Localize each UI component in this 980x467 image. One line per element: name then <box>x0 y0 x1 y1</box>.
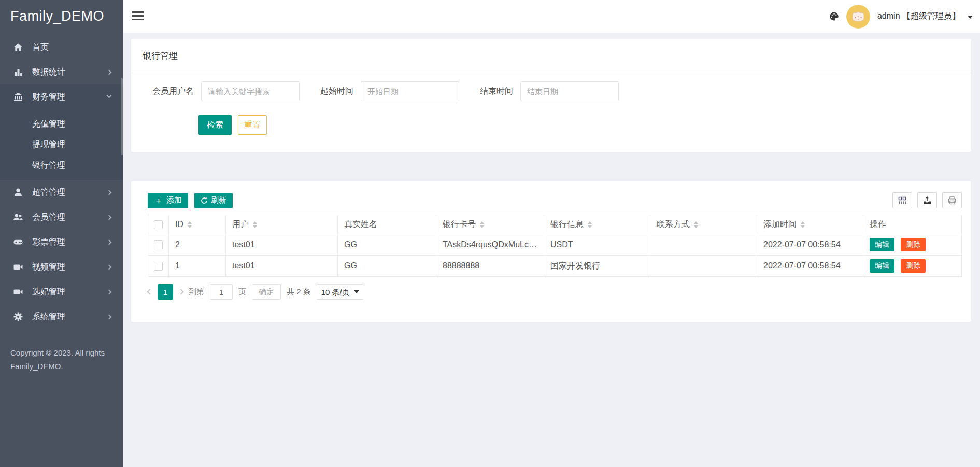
chevron-right-icon <box>107 190 112 195</box>
sort-icon[interactable] <box>188 221 192 228</box>
sidebar-item-label: 系统管理 <box>32 312 65 322</box>
page-number-input[interactable] <box>210 284 233 300</box>
delete-button[interactable]: 删除 <box>901 238 926 251</box>
prev-page-button[interactable] <box>147 289 152 294</box>
sidebar-item-superadmin[interactable]: 超管管理 <box>0 180 123 205</box>
refresh-button[interactable]: 刷新 <box>194 193 233 208</box>
sidebar-item-concubine[interactable]: 选妃管理 <box>0 279 123 304</box>
cell-user: test01 <box>226 256 338 277</box>
columns-filter-button[interactable] <box>892 192 912 208</box>
user-menu[interactable]: admin 【超级管理员】 <box>877 11 960 22</box>
avatar[interactable] <box>846 5 870 29</box>
total-count-label: 共 2 条 <box>287 287 311 297</box>
next-page-button[interactable] <box>178 289 183 294</box>
sort-icon[interactable] <box>253 221 257 228</box>
delete-button[interactable]: 删除 <box>901 259 926 273</box>
video-camera-icon <box>12 262 24 272</box>
refresh-icon <box>201 197 208 204</box>
sidebar-nav: 首页 数据统计 财务管理 充值管理 提现管理 银行管理 超管管理 <box>0 33 123 329</box>
print-button[interactable] <box>942 192 962 208</box>
reset-button[interactable]: 重置 <box>238 115 267 135</box>
cell-time: 2022-07-07 00:58:54 <box>757 234 863 256</box>
edit-button[interactable]: 编辑 <box>870 238 894 251</box>
menu-toggle-icon[interactable] <box>132 11 144 22</box>
sort-icon[interactable] <box>694 221 698 228</box>
column-header-card[interactable]: 银行卡号 <box>436 215 544 234</box>
filter-buttons: 检索 重置 <box>131 101 971 152</box>
column-header-bank[interactable]: 银行信息 <box>544 215 650 234</box>
sidebar-item-members[interactable]: 会员管理 <box>0 205 123 230</box>
column-header-contact[interactable]: 联系方式 <box>650 215 757 234</box>
theme-palette-icon[interactable] <box>829 11 839 21</box>
sort-icon[interactable] <box>588 221 592 228</box>
edit-button[interactable]: 编辑 <box>870 259 894 273</box>
sidebar-subitem-recharge[interactable]: 充值管理 <box>0 114 123 134</box>
sidebar-item-lottery[interactable]: 彩票管理 <box>0 230 123 254</box>
add-button-label: 添加 <box>166 195 182 205</box>
column-header-id[interactable]: ID <box>169 215 226 234</box>
end-time-label: 结束时间 <box>480 86 513 97</box>
app-logo: Family_DEMO <box>0 0 123 33</box>
refresh-button-label: 刷新 <box>211 195 226 205</box>
sidebar-item-statistics[interactable]: 数据统计 <box>0 60 123 84</box>
columns-filter-icon <box>898 196 907 205</box>
start-date-input[interactable] <box>361 81 459 101</box>
cell-id: 1 <box>169 256 226 277</box>
table-tools <box>892 192 962 208</box>
sidebar-item-label: 会员管理 <box>32 212 65 223</box>
end-date-input[interactable] <box>520 81 619 101</box>
users-icon <box>12 212 24 222</box>
chevron-down-icon <box>968 16 973 19</box>
confirm-page-button[interactable]: 确定 <box>252 284 281 300</box>
goto-prefix-label: 到第 <box>189 287 204 297</box>
sidebar-item-label: 视频管理 <box>32 262 65 273</box>
sidebar-item-system[interactable]: 系统管理 <box>0 304 123 329</box>
add-button[interactable]: ＋ 添加 <box>148 193 188 208</box>
row-checkbox[interactable] <box>154 240 163 249</box>
cell-id: 2 <box>169 234 226 256</box>
row-checkbox[interactable] <box>154 262 163 271</box>
video-camera-icon <box>12 287 24 297</box>
main-content: 银行管理 会员用户名 起始时间 结束时间 检索 重置 ＋ 添加 <box>123 33 980 467</box>
cell-contact <box>650 234 757 256</box>
sidebar-item-home[interactable]: 首页 <box>0 35 123 60</box>
column-header-user[interactable]: 用户 <box>226 215 338 234</box>
sort-icon[interactable] <box>480 221 484 228</box>
chevron-right-icon <box>107 289 112 294</box>
copyright: Copyright © 2023. All rights Family_DEMO… <box>10 346 105 373</box>
sidebar-item-label: 财务管理 <box>32 92 65 103</box>
sidebar-subitem-withdraw[interactable]: 提现管理 <box>0 134 123 155</box>
sidebar-item-label: 选妃管理 <box>32 287 65 298</box>
sidebar-subitem-bank[interactable]: 银行管理 <box>0 155 123 176</box>
sidebar: Family_DEMO 首页 数据统计 财务管理 充值管理 提现管理 银行管理 <box>0 0 123 467</box>
export-button[interactable] <box>917 192 937 208</box>
sort-icon[interactable] <box>801 221 805 228</box>
filter-group-end-time: 结束时间 <box>480 81 619 101</box>
sidebar-item-video[interactable]: 视频管理 <box>0 254 123 279</box>
page-size-select[interactable]: 10 条/页 <box>317 284 363 300</box>
column-header-actions: 操作 <box>863 215 962 234</box>
search-button[interactable]: 检索 <box>198 115 232 135</box>
finance-submenu: 充值管理 提现管理 银行管理 <box>0 109 123 180</box>
start-time-label: 起始时间 <box>320 86 353 97</box>
table-header-row: ID 用户 真实姓名 银行卡号 银行信息 联系方式 添加时间 操作 <box>148 215 962 234</box>
copyright-line: Copyright © 2023. All rights <box>10 346 105 360</box>
column-header-time[interactable]: 添加时间 <box>757 215 863 234</box>
filter-group-start-time: 起始时间 <box>320 81 459 101</box>
select-all-checkbox[interactable] <box>154 220 163 229</box>
copyright-line: Family_DEMO. <box>10 360 105 373</box>
export-icon <box>922 196 932 205</box>
sidebar-item-finance[interactable]: 财务管理 <box>0 84 123 109</box>
topbar: admin 【超级管理员】 <box>123 0 980 33</box>
cell-card: 88888888 <box>436 256 544 277</box>
goto-suffix-label: 页 <box>238 287 246 297</box>
chevron-down-icon <box>107 93 112 98</box>
cell-realname: GG <box>338 234 436 256</box>
page-title: 银行管理 <box>131 39 971 73</box>
username-input[interactable] <box>201 81 300 101</box>
table-toolbar: ＋ 添加 刷新 <box>148 192 962 208</box>
sidebar-scrollbar[interactable] <box>121 78 123 155</box>
current-page-button[interactable]: 1 <box>158 284 173 300</box>
filter-card: 银行管理 会员用户名 起始时间 结束时间 检索 重置 <box>131 39 971 152</box>
cell-bank: 国家开发银行 <box>544 256 650 277</box>
